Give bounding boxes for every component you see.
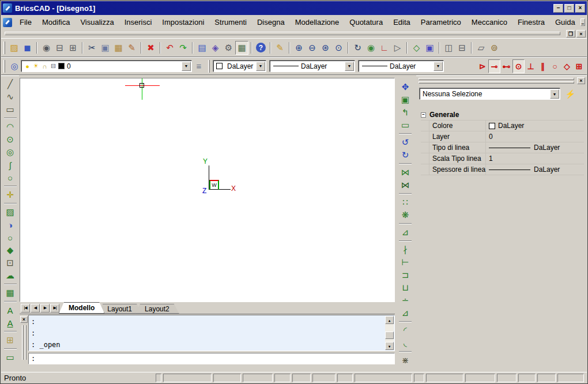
chevron-down-icon[interactable]: ▼ (345, 62, 354, 71)
maximize-button[interactable]: □ (564, 4, 574, 13)
array-icon[interactable]: ∷ (398, 196, 412, 209)
command-input[interactable]: : (28, 353, 395, 364)
command-grip[interactable] (22, 325, 24, 360)
chevron-down-icon[interactable]: ▼ (182, 62, 191, 71)
status-panel[interactable] (414, 374, 424, 382)
snap-endpoint-icon[interactable]: ⊸ (488, 59, 500, 73)
point-icon[interactable]: ✛ (3, 189, 17, 201)
wipeout-icon[interactable]: ⊡ (3, 257, 17, 269)
orbit-icon[interactable]: ↻ (351, 41, 364, 55)
save-icon[interactable]: ◼ (21, 41, 34, 55)
insert-block-icon[interactable]: ⊞ (3, 334, 17, 347)
solids-icon[interactable]: ⊚ (488, 41, 501, 55)
zoom-previous-icon[interactable]: ⊙ (332, 41, 345, 55)
status-panel[interactable] (426, 374, 463, 382)
status-panel[interactable] (274, 374, 291, 382)
help-icon[interactable]: ? (256, 43, 266, 52)
gradient-icon[interactable]: ◑ (3, 219, 17, 231)
tile-horizontal-icon[interactable]: ⊟ (455, 41, 469, 55)
insert-image-icon[interactable]: ▭ (3, 351, 17, 364)
perspective-icon[interactable]: ▷ (391, 41, 404, 55)
property-value[interactable]: DaLayer (486, 165, 584, 174)
paste-icon[interactable]: ▦ (112, 41, 125, 55)
move-icon[interactable]: ✥ (398, 81, 412, 93)
snap-nearest-icon[interactable]: ⊳ (476, 59, 488, 73)
lineweight-combo[interactable]: DaLayer ▼ (359, 61, 444, 72)
status-panel[interactable] (292, 374, 311, 382)
look-from-icon[interactable]: ◉ (364, 41, 378, 55)
menu-item[interactable]: File (14, 15, 37, 29)
boundary-icon[interactable]: ○ (3, 231, 17, 244)
chevron-down-icon[interactable]: ▼ (550, 89, 559, 99)
status-panel[interactable] (163, 374, 212, 382)
rotate-3d-icon[interactable]: ↻ (398, 149, 412, 161)
snap-parallel-icon[interactable]: ∥ (537, 59, 549, 73)
export-icon[interactable]: ⊞ (66, 41, 80, 55)
menu-item[interactable]: Guida (550, 15, 581, 29)
drawing-canvas[interactable]: Y X Z W (20, 78, 395, 302)
lengthen-icon[interactable]: ∸ (398, 294, 412, 307)
zoom-out-icon[interactable]: ⊖ (306, 41, 319, 55)
delete-icon[interactable]: ✖ (144, 41, 157, 55)
menu-item[interactable]: Finestra (512, 15, 550, 29)
status-panel[interactable] (213, 374, 241, 382)
command-close-icon[interactable]: × (20, 316, 28, 323)
close-button[interactable]: × (575, 4, 585, 13)
undo-icon[interactable]: ↶ (163, 41, 176, 55)
status-panel[interactable] (465, 374, 495, 382)
fillet-icon[interactable]: ◜ (398, 324, 412, 337)
rotate-icon[interactable]: ↺ (398, 136, 412, 149)
rectangle-icon[interactable]: ▭ (3, 103, 17, 116)
redline-icon[interactable]: ✎ (273, 41, 287, 55)
menu-item[interactable]: Edita (388, 15, 416, 29)
snap-perpendicular-icon[interactable]: ⊥ (525, 59, 537, 73)
explode-icon[interactable]: ⋇ (398, 354, 412, 367)
array-3d-icon[interactable]: ❋ (398, 209, 412, 221)
mdi-close-button[interactable]: × (576, 30, 586, 37)
zoom-in-icon[interactable]: ⊕ (292, 41, 306, 55)
panel-grip[interactable] (419, 81, 574, 84)
open-icon[interactable]: ▨ (7, 41, 21, 55)
print-preview-icon[interactable]: ◉ (40, 41, 53, 55)
ellipse-icon[interactable]: ○ (3, 171, 17, 184)
tab-modello[interactable]: Modello (59, 302, 104, 314)
menu-item[interactable]: Disegna (252, 15, 290, 29)
view-3d-icon[interactable]: ◇ (410, 41, 423, 55)
text-icon[interactable]: A (3, 304, 17, 317)
toolbar-grip[interactable] (3, 42, 5, 54)
extend-icon[interactable]: ⊢ (398, 256, 412, 269)
command-scrollbar[interactable]: ▲ ▼ (385, 316, 394, 350)
property-value[interactable]: 1 (486, 155, 584, 163)
trim-icon[interactable]: ∤ (398, 243, 412, 256)
status-panel[interactable] (557, 374, 584, 382)
explore-layers-icon[interactable]: ◎ (7, 59, 21, 73)
panel-close-icon[interactable]: × (577, 77, 585, 84)
menu-item[interactable]: Inserisci (119, 15, 157, 29)
region-icon[interactable]: ◆ (3, 244, 17, 257)
snap-insertion-icon[interactable]: ⊞ (573, 59, 585, 73)
mirror-3d-icon[interactable]: ⋈ (398, 179, 412, 191)
edit-spline-icon[interactable]: ◟ (398, 337, 412, 349)
status-panel[interactable] (156, 374, 161, 382)
copy-entities-icon[interactable]: ▣ (398, 93, 412, 106)
property-value[interactable]: 0 (486, 133, 584, 141)
menu-item[interactable]: Visualizza (75, 15, 119, 29)
join-icon[interactable]: ⊔ (398, 281, 412, 294)
menu-item[interactable]: Strumenti (209, 15, 252, 29)
tab-nav-button[interactable]: ◀ (31, 304, 40, 313)
menu-item[interactable]: Meccanico (466, 15, 512, 29)
section-header-generale[interactable]: − Generale (421, 110, 584, 121)
status-panel[interactable] (537, 374, 556, 382)
menu-item[interactable]: Quotatura (344, 15, 388, 29)
offset-icon[interactable]: ↰ (398, 106, 412, 119)
revision-cloud-icon[interactable]: ☁ (3, 269, 17, 282)
collapse-icon[interactable]: − (421, 112, 426, 118)
table-icon[interactable]: ▦ (3, 287, 17, 299)
match-properties-icon[interactable]: ✎ (125, 41, 138, 55)
status-panel[interactable] (243, 374, 273, 382)
tab-nav-button[interactable]: ▶ (40, 304, 50, 313)
layers-icon[interactable]: ≡ (192, 59, 206, 73)
panel-grip[interactable] (419, 78, 574, 80)
snap-center-icon[interactable]: ⊙ (512, 59, 525, 73)
redo-icon[interactable]: ↷ (176, 41, 190, 55)
